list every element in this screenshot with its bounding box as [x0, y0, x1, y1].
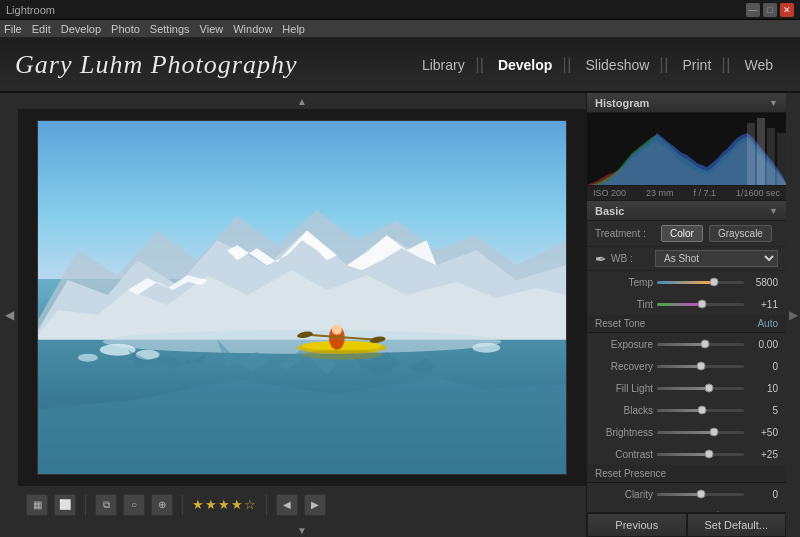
header: Gary Luhm Photography Library | Develop … — [0, 38, 800, 93]
tint-slider[interactable] — [657, 303, 744, 306]
nav-slideshow[interactable]: Slideshow — [574, 57, 663, 73]
temp-fill — [657, 281, 714, 284]
fill-light-fill — [657, 387, 709, 390]
brightness-thumb[interactable] — [709, 428, 718, 437]
exposure-slider[interactable] — [657, 343, 744, 346]
photo-canvas — [38, 121, 566, 474]
contrast-row: Contrast +25 — [587, 443, 786, 465]
top-arrow-icon[interactable]: ▲ — [297, 96, 307, 107]
blacks-slider[interactable] — [657, 409, 744, 412]
svg-rect-26 — [767, 128, 775, 185]
eyedropper-icon[interactable]: ✒ — [595, 251, 607, 267]
window-controls: — □ ✕ — [746, 3, 794, 17]
menu-view[interactable]: View — [200, 23, 224, 35]
menu-file[interactable]: File — [4, 23, 22, 35]
brightness-label: Brightness — [595, 427, 653, 438]
compare-button[interactable]: ⧉ — [95, 494, 117, 516]
next-photo-button[interactable]: ▶ — [304, 494, 326, 516]
recovery-fill — [657, 365, 701, 368]
temp-value: 5800 — [748, 277, 778, 288]
svg-rect-24 — [747, 123, 755, 185]
svg-marker-14 — [38, 377, 566, 473]
meta-aperture: f / 7.1 — [693, 188, 716, 198]
menu-settings[interactable]: Settings — [150, 23, 190, 35]
view-loupe-button[interactable]: ⬜ — [54, 494, 76, 516]
menu-photo[interactable]: Photo — [111, 23, 140, 35]
exposure-thumb[interactable] — [700, 340, 709, 349]
meta-iso: ISO 200 — [593, 188, 626, 198]
nav-web[interactable]: Web — [732, 57, 785, 73]
blacks-thumb[interactable] — [698, 406, 707, 415]
clarity-value: 0 — [748, 489, 778, 500]
histogram-header[interactable]: Histogram ▼ — [587, 93, 786, 113]
grayscale-button[interactable]: Grayscale — [709, 225, 772, 242]
recovery-value: 0 — [748, 361, 778, 372]
star-rating[interactable]: ★★★★☆ — [192, 497, 257, 512]
contrast-value: +25 — [748, 449, 778, 460]
minimize-button[interactable]: — — [746, 3, 760, 17]
menu-edit[interactable]: Edit — [32, 23, 51, 35]
titlebar: Lightroom — □ ✕ — [0, 0, 800, 20]
brightness-row: Brightness +50 — [587, 421, 786, 443]
nav-print[interactable]: Print — [671, 57, 725, 73]
tint-value: +11 — [748, 299, 778, 310]
center-bottom-arrow: ▼ — [18, 523, 586, 537]
color-button[interactable]: Color — [661, 225, 703, 242]
tint-label: Tint — [595, 299, 653, 310]
nav-develop[interactable]: Develop — [486, 57, 565, 73]
tint-fill — [657, 303, 702, 306]
contrast-slider[interactable] — [657, 453, 744, 456]
histogram-section: Histogram ▼ — [587, 93, 786, 201]
exposure-value: 0.00 — [748, 339, 778, 350]
temp-thumb[interactable] — [709, 278, 718, 287]
clarity-fill — [657, 493, 701, 496]
histogram-title: Histogram — [595, 97, 649, 109]
contrast-label: Contrast — [595, 449, 653, 460]
previous-button[interactable]: Previous — [587, 513, 687, 537]
target-button[interactable]: ⊕ — [151, 494, 173, 516]
footer-buttons: Previous Set Default... — [587, 512, 786, 537]
brightness-fill — [657, 431, 714, 434]
recovery-slider[interactable] — [657, 365, 744, 368]
right-panel-toggle[interactable]: ▶ — [786, 93, 800, 537]
photo-area — [18, 109, 586, 485]
tint-thumb[interactable] — [698, 300, 707, 309]
toolbar-separator-3 — [266, 495, 267, 515]
menu-help[interactable]: Help — [282, 23, 305, 35]
photo-frame — [37, 120, 567, 475]
temp-slider[interactable] — [657, 281, 744, 284]
wb-select[interactable]: As Shot Auto Daylight Cloudy Custom — [655, 250, 778, 267]
basic-section: Basic ▼ Treatment : Color Grayscale ✒ WB… — [587, 201, 786, 512]
left-panel-toggle[interactable]: ◀ — [5, 308, 14, 322]
toolbar-separator-1 — [85, 495, 86, 515]
blacks-row: Blacks 5 — [587, 399, 786, 421]
blacks-value: 5 — [748, 405, 778, 416]
blacks-fill — [657, 409, 702, 412]
view-grid-button[interactable]: ▦ — [26, 494, 48, 516]
menu-develop[interactable]: Develop — [61, 23, 101, 35]
contrast-thumb[interactable] — [705, 450, 714, 459]
close-button[interactable]: ✕ — [780, 3, 794, 17]
nav-sep2: | — [565, 56, 573, 74]
set-default-button[interactable]: Set Default... — [687, 513, 787, 537]
clarity-slider[interactable] — [657, 493, 744, 496]
menu-window[interactable]: Window — [233, 23, 272, 35]
bottom-arrow-icon[interactable]: ▼ — [297, 525, 307, 536]
recovery-thumb[interactable] — [696, 362, 705, 371]
maximize-button[interactable]: □ — [763, 3, 777, 17]
exposure-fill — [657, 343, 705, 346]
auto-button[interactable]: Auto — [757, 318, 778, 329]
brightness-slider[interactable] — [657, 431, 744, 434]
tone-subheader: Reset Tone Auto — [587, 315, 786, 333]
blacks-label: Blacks — [595, 405, 653, 416]
fill-light-row: Fill Light 10 — [587, 377, 786, 399]
nav-library[interactable]: Library — [410, 57, 478, 73]
fill-light-slider[interactable] — [657, 387, 744, 390]
fill-light-thumb[interactable] — [705, 384, 714, 393]
basic-header[interactable]: Basic ▼ — [587, 201, 786, 221]
prev-photo-button[interactable]: ◀ — [276, 494, 298, 516]
svg-point-18 — [332, 324, 342, 334]
clarity-thumb[interactable] — [696, 490, 705, 499]
survey-button[interactable]: ○ — [123, 494, 145, 516]
svg-rect-27 — [777, 133, 786, 185]
